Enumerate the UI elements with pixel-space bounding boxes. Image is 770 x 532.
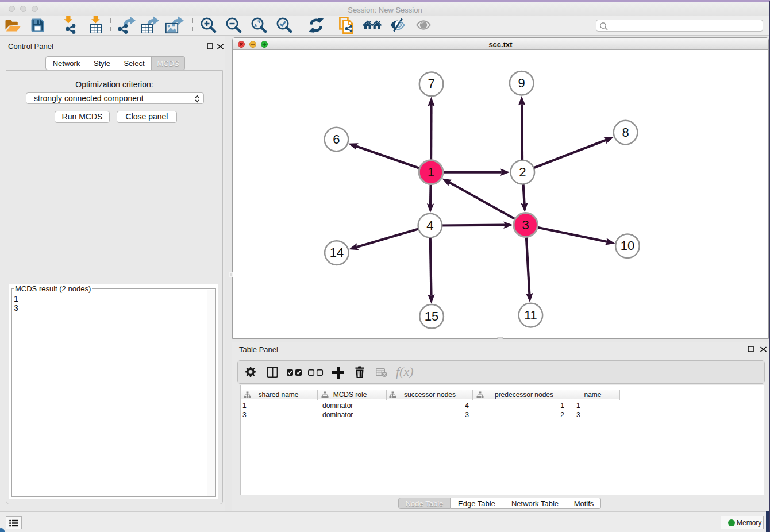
svg-text:15: 15 [425, 309, 438, 323]
svg-text:1: 1 [428, 165, 434, 179]
svg-text:8: 8 [622, 125, 629, 140]
svg-text:10: 10 [621, 238, 634, 253]
svg-text:9: 9 [518, 76, 525, 90]
svg-text:6: 6 [333, 132, 340, 147]
svg-text:2: 2 [519, 165, 526, 179]
svg-text:4: 4 [426, 218, 433, 233]
svg-text:14: 14 [330, 245, 344, 260]
svg-text:11: 11 [524, 308, 537, 322]
svg-text:3: 3 [522, 218, 529, 232]
svg-text:7: 7 [428, 76, 434, 91]
